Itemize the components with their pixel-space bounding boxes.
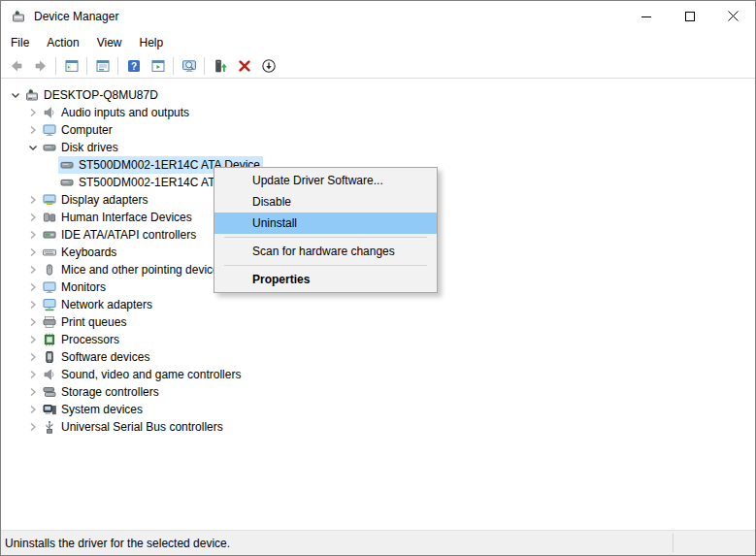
chevron-right-icon[interactable] [25, 262, 41, 278]
chevron-right-icon[interactable] [25, 349, 41, 365]
usb-icon [41, 419, 58, 435]
chevron-down-icon[interactable] [25, 140, 41, 155]
scan-hardware-icon [181, 58, 197, 74]
tree-item-label: System devices [61, 403, 143, 416]
svg-text:?: ? [130, 60, 136, 71]
tree-item[interactable]: Universal Serial Bus controllers [2, 418, 754, 436]
update-driver-icon [213, 58, 228, 74]
toolbar-separator [173, 57, 174, 75]
mouse-icon [41, 262, 58, 278]
disk-icon [58, 175, 76, 190]
software-icon [41, 349, 58, 365]
tree-item[interactable]: Print queues [2, 313, 754, 331]
tree-item[interactable]: Storage controllers [2, 383, 754, 401]
chevron-right-icon[interactable] [25, 297, 41, 312]
context-menu-item-properties[interactable]: Properties [214, 269, 437, 290]
tree-item[interactable]: Network adapters [2, 296, 754, 313]
console-tree-button[interactable] [59, 54, 83, 78]
close-button[interactable] [711, 1, 755, 31]
tree-item[interactable]: DESKTOP-Q8MU87D [2, 86, 754, 104]
context-menu-item-scan-hardware[interactable]: Scan for hardware changes [214, 241, 437, 262]
chevron-right-icon[interactable] [25, 122, 41, 138]
help-button[interactable]: ? [121, 54, 146, 78]
tree-item-label: Processors [61, 333, 119, 346]
tree-item-surface: Computer [41, 121, 115, 139]
sound-icon [41, 367, 58, 382]
chevron-down-icon[interactable] [8, 87, 23, 103]
tree-item-surface: Monitors [41, 278, 109, 296]
forward-arrow-icon [33, 58, 49, 74]
tree-item-label: Universal Serial Bus controllers [61, 420, 223, 434]
chevron-right-icon[interactable] [25, 332, 41, 347]
menu-view[interactable]: View [88, 33, 131, 52]
tree-item-label: DESKTOP-Q8MU87D [44, 88, 158, 102]
menu-file[interactable]: File [2, 33, 38, 52]
export-list-button[interactable] [90, 54, 115, 78]
minimize-icon [641, 12, 651, 21]
menu-bar: File Action View Help [1, 31, 755, 53]
tree-item[interactable]: Processors [2, 331, 754, 348]
action-pane-icon [150, 58, 166, 74]
context-menu-item-update-driver[interactable]: Update Driver Software... [214, 170, 437, 191]
action-pane-button[interactable] [146, 54, 170, 78]
menu-action[interactable]: Action [38, 33, 87, 52]
chevron-right-icon[interactable] [25, 245, 41, 260]
disable-button[interactable] [256, 54, 280, 78]
maximize-button[interactable] [668, 1, 711, 31]
keyboard-icon [41, 245, 58, 260]
update-driver-button[interactable] [208, 54, 232, 78]
tree-item-label: Disk drives [61, 141, 118, 154]
tree-item[interactable]: Software devices [2, 348, 754, 366]
storage-icon [41, 384, 58, 400]
display-icon [41, 192, 58, 208]
tree-item-surface: Network adapters [41, 296, 155, 313]
chevron-right-icon[interactable] [25, 402, 41, 417]
toolbar-separator [204, 57, 205, 75]
disable-icon [261, 58, 277, 74]
tree-item-surface: Display adapters [41, 191, 150, 209]
chevron-right-icon[interactable] [25, 227, 41, 243]
uninstall-button[interactable] [232, 54, 256, 78]
context-menu-item-disable[interactable]: Disable [214, 191, 437, 213]
chevron-right-icon[interactable] [25, 210, 41, 225]
context-menu-separator [224, 265, 427, 266]
tree-item-label: Sound, video and game controllers [61, 368, 241, 381]
tree-item-surface: Human Interface Devices [41, 209, 195, 226]
tree-item-label: Network adapters [61, 298, 152, 311]
toolbar: ? [1, 53, 755, 79]
tree-item-label: Human Interface Devices [61, 211, 192, 224]
toolbar-separator [86, 57, 87, 75]
tree-item-label: Display adapters [61, 193, 148, 207]
workstation-icon [23, 87, 41, 103]
context-menu-item-uninstall[interactable]: Uninstall [214, 213, 437, 234]
tree-item-surface: Audio inputs and outputs [41, 104, 192, 121]
tree-item-surface: Storage controllers [41, 383, 162, 401]
tree-item-label: Audio inputs and outputs [61, 106, 189, 119]
device-tree: DESKTOP-Q8MU87DAudio inputs and outputsC… [2, 80, 754, 529]
close-icon [728, 11, 739, 21]
chevron-right-icon[interactable] [25, 314, 41, 330]
tree-item[interactable]: System devices [2, 401, 754, 418]
context-menu: Update Driver Software... Disable Uninst… [214, 167, 438, 293]
computer-icon [41, 122, 58, 138]
chevron-right-icon[interactable] [25, 384, 41, 400]
tree-item[interactable]: Sound, video and game controllers [2, 366, 754, 383]
tree-item[interactable]: Disk drives [2, 139, 754, 156]
network-icon [41, 297, 58, 312]
tree-item[interactable]: Computer [2, 121, 754, 139]
back-button[interactable] [4, 54, 28, 78]
chevron-right-icon[interactable] [25, 367, 41, 382]
chevron-right-icon[interactable] [25, 279, 41, 295]
tree-item-label: Computer [61, 123, 113, 137]
scan-hardware-button[interactable] [177, 54, 201, 78]
chevron-right-icon[interactable] [25, 105, 41, 120]
toolbar-separator [117, 57, 118, 75]
title-bar: Device Manager [1, 1, 755, 31]
menu-help[interactable]: Help [131, 33, 173, 52]
uninstall-x-icon [237, 58, 252, 74]
chevron-right-icon[interactable] [25, 192, 41, 208]
forward-button[interactable] [28, 54, 52, 78]
chevron-right-icon[interactable] [25, 419, 41, 435]
tree-item[interactable]: Audio inputs and outputs [2, 104, 754, 121]
minimize-button[interactable] [624, 1, 668, 31]
